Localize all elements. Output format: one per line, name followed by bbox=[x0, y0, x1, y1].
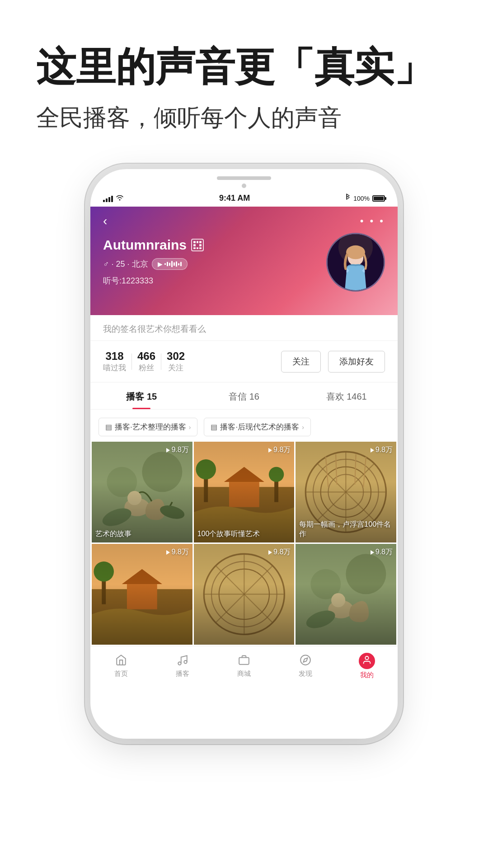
music-icon bbox=[177, 654, 188, 668]
bluetooth-icon bbox=[345, 193, 351, 203]
svg-rect-56 bbox=[239, 657, 249, 664]
grid-overlay-5 bbox=[296, 544, 396, 645]
person-icon bbox=[362, 655, 372, 666]
nav-podcast-label: 播客 bbox=[176, 670, 189, 678]
avatar bbox=[326, 233, 385, 292]
more-button[interactable]: • • • bbox=[360, 215, 385, 227]
svg-point-59 bbox=[365, 656, 368, 660]
category-row: ▤ 播客·艺术整理的播客 › ▤ 播客·后现代艺术的播客 › bbox=[90, 410, 398, 442]
phone-mockup: 9:41 AM 100% ‹ • • • bbox=[0, 169, 488, 739]
play-icon-0 bbox=[166, 448, 170, 453]
tag-arrow-2: › bbox=[302, 424, 304, 431]
content-grid: 9.8万 艺术的故事 bbox=[90, 442, 398, 646]
nav-mine[interactable]: 我的 bbox=[336, 653, 398, 679]
nav-discover[interactable]: 发现 bbox=[275, 654, 336, 678]
grid-title-0: 艺术的故事 bbox=[95, 529, 189, 539]
nav-home-label: 首页 bbox=[114, 670, 128, 678]
grid-title-1: 100个故事听懂艺术 bbox=[197, 529, 291, 539]
phone-frame: 9:41 AM 100% ‹ • • • bbox=[90, 169, 398, 739]
play-icon-3 bbox=[166, 550, 170, 555]
play-count-4: 9.8万 bbox=[268, 547, 291, 557]
home-icon bbox=[115, 654, 127, 668]
grid-overlay-1 bbox=[194, 442, 295, 542]
nav-podcast[interactable]: 播客 bbox=[152, 654, 213, 678]
username: Autumnrains bbox=[103, 237, 187, 253]
tag-arrow-1: › bbox=[189, 424, 191, 431]
liked-me-number: 318 bbox=[103, 350, 126, 363]
shop-icon bbox=[238, 654, 250, 668]
category-tag-postmodern[interactable]: ▤ 播客·后现代艺术的播客 › bbox=[204, 418, 310, 436]
status-time: 9:41 AM bbox=[124, 193, 345, 203]
svg-point-57 bbox=[300, 655, 310, 665]
play-count-1: 9.8万 bbox=[268, 445, 291, 455]
category-label-1: 播客·艺术整理的播客 bbox=[115, 422, 186, 432]
status-bar: 9:41 AM 100% bbox=[90, 188, 398, 207]
svg-point-54 bbox=[178, 662, 181, 665]
profile-left: Autumnrains ♂ · 25 · 北京 ▶ bbox=[103, 237, 326, 286]
play-icon-5 bbox=[371, 550, 374, 555]
profile-body: 我的签名很艺术你想看看么 318 喵过我 466 粉丝 302 关注 bbox=[90, 315, 398, 688]
bottom-nav: 首页 播客 bbox=[90, 646, 398, 689]
voice-button[interactable]: ▶ bbox=[152, 258, 188, 270]
category-tag-art[interactable]: ▤ 播客·艺术整理的播客 › bbox=[99, 418, 197, 436]
nav-discover-label: 发现 bbox=[299, 670, 312, 678]
back-button[interactable]: ‹ bbox=[103, 214, 107, 228]
liked-me-label: 喵过我 bbox=[103, 363, 126, 373]
play-count-0: 9.8万 bbox=[166, 445, 188, 455]
stat-divider-2 bbox=[161, 354, 161, 370]
stats-row: 318 喵过我 466 粉丝 302 关注 关注 添加好 bbox=[90, 341, 398, 382]
following-number: 302 bbox=[167, 350, 185, 363]
grid-title-2: 每期一幅画，卢浮宫100件名作 bbox=[299, 520, 393, 539]
action-buttons: 关注 添加好友 bbox=[281, 351, 385, 373]
tab-audio[interactable]: 音信 16 bbox=[193, 382, 296, 409]
stat-following: 302 关注 bbox=[167, 350, 185, 373]
profile-info: Autumnrains ♂ · 25 · 北京 ▶ bbox=[103, 237, 385, 292]
nav-mine-active bbox=[359, 653, 375, 669]
svg-point-55 bbox=[184, 660, 187, 664]
play-count-3: 9.8万 bbox=[166, 547, 188, 557]
discover-icon bbox=[300, 654, 311, 668]
grid-item-0[interactable]: 9.8万 艺术的故事 bbox=[92, 442, 192, 542]
nav-home[interactable]: 首页 bbox=[90, 654, 152, 678]
subheadline: 全民播客，倾听每个人的声音 bbox=[36, 103, 452, 133]
status-left bbox=[103, 194, 124, 202]
grid-overlay-3 bbox=[92, 544, 192, 645]
grid-item-4[interactable]: 9.8万 bbox=[194, 544, 295, 645]
tab-likes[interactable]: 喜欢 1461 bbox=[295, 382, 398, 409]
stat-fans: 466 粉丝 bbox=[137, 350, 155, 373]
play-icon-4 bbox=[268, 550, 272, 555]
profile-header: ‹ • • • Autumnrains bbox=[90, 207, 398, 315]
phone-speaker bbox=[242, 184, 246, 188]
wifi-icon bbox=[116, 194, 124, 202]
grid-overlay-0 bbox=[92, 442, 192, 542]
top-text-area: 这里的声音更「真实」 全民播客，倾听每个人的声音 bbox=[0, 0, 488, 151]
nav-mine-label: 我的 bbox=[360, 671, 374, 679]
grid-item-1[interactable]: 9.8万 100个故事听懂艺术 bbox=[194, 442, 295, 542]
follow-button[interactable]: 关注 bbox=[281, 351, 321, 373]
fans-number: 466 bbox=[137, 350, 155, 363]
page-container: 这里的声音更「真实」 全民播客，倾听每个人的声音 bbox=[0, 0, 488, 868]
following-label: 关注 bbox=[167, 363, 185, 373]
status-right: 100% bbox=[345, 193, 385, 203]
grid-item-2[interactable]: 9.8万 每期一幅画，卢浮宫100件名作 bbox=[296, 442, 396, 542]
add-friend-button[interactable]: 添加好友 bbox=[328, 351, 385, 373]
qr-icon[interactable] bbox=[191, 239, 204, 251]
tab-podcast[interactable]: 播客 15 bbox=[90, 382, 193, 409]
tag-icon-2: ▤ bbox=[211, 423, 217, 431]
phone-notch bbox=[217, 176, 271, 180]
tag-icon-1: ▤ bbox=[105, 423, 112, 431]
gender-age-city: ♂ · 25 · 北京 bbox=[103, 259, 148, 269]
grid-item-5[interactable]: 9.8万 bbox=[296, 544, 396, 645]
play-icon-2 bbox=[371, 448, 374, 453]
grid-item-3[interactable]: 9.8万 bbox=[92, 544, 192, 645]
play-count-5: 9.8万 bbox=[371, 547, 393, 557]
fans-label: 粉丝 bbox=[137, 363, 155, 373]
listener-id: 听号:1223333 bbox=[103, 275, 326, 286]
svg-point-3 bbox=[346, 245, 365, 259]
grid-overlay-4 bbox=[194, 544, 295, 645]
headline: 这里的声音更「真实」 bbox=[36, 45, 452, 89]
header-nav: ‹ • • • bbox=[103, 214, 385, 228]
battery-percent: 100% bbox=[353, 195, 370, 202]
nav-shop-label: 商城 bbox=[237, 670, 251, 678]
nav-shop[interactable]: 商城 bbox=[213, 654, 275, 678]
